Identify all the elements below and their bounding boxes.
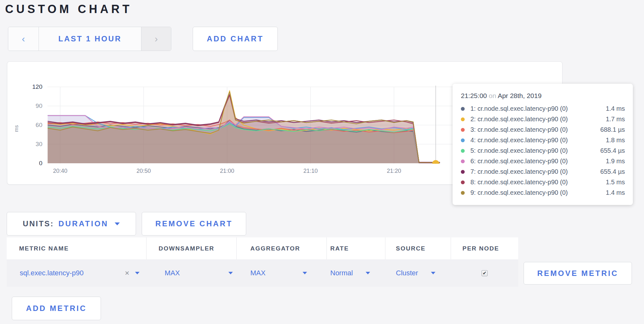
chevron-down-icon[interactable] xyxy=(228,272,233,274)
source-dropdown[interactable]: Cluster xyxy=(396,269,418,277)
series-value: 655.4 µs xyxy=(600,147,625,154)
series-color-dot xyxy=(461,149,465,153)
series-value: 1.8 ms xyxy=(606,137,625,144)
series-label: 9: cr.node.sql.exec.latency-p90 (0) xyxy=(470,189,606,196)
column-header-downsampler: DOWNSAMPLER xyxy=(147,237,237,259)
time-range-selector: ‹ LAST 1 HOUR › xyxy=(8,27,171,51)
tooltip-series-row: 2: cr.node.sql.exec.latency-p90 (0)1.7 m… xyxy=(461,114,625,124)
column-header-aggregator: AGGREGATOR xyxy=(237,237,327,259)
tooltip-series-row: 3: cr.node.sql.exec.latency-p90 (0)688.1… xyxy=(461,124,625,135)
series-label: 8: cr.node.sql.exec.latency-p90 (0) xyxy=(470,179,606,186)
chevron-down-icon[interactable] xyxy=(431,272,435,274)
remove-chart-button[interactable]: REMOVE CHART xyxy=(142,212,246,236)
chevron-down-icon xyxy=(115,222,120,225)
series-value: 1.4 ms xyxy=(606,189,625,196)
y-axis-label: 90 xyxy=(36,102,42,109)
chevron-down-icon[interactable] xyxy=(366,272,370,274)
series-label: 6: cr.node.sql.exec.latency-p90 (0) xyxy=(470,158,606,165)
time-range-next-button[interactable]: › xyxy=(141,27,171,51)
chevron-left-icon: ‹ xyxy=(22,33,25,44)
downsampler-cell: MAX xyxy=(147,259,237,287)
chevron-right-icon: › xyxy=(155,33,158,44)
series-value: 1.9 ms xyxy=(606,158,625,165)
per-node-cell: ✔ xyxy=(451,259,518,287)
series-value: 655.4 µs xyxy=(600,168,625,175)
series-label: 3: cr.node.sql.exec.latency-p90 (0) xyxy=(470,126,600,133)
y-axis-label: 60 xyxy=(36,122,42,128)
tooltip-series-row: 4: cr.node.sql.exec.latency-p90 (0)1.8 m… xyxy=(461,135,625,145)
custom-chart-page: CUSTOM CHART ‹ LAST 1 HOUR › ADD CHART 0… xyxy=(0,0,644,324)
time-range-button[interactable]: LAST 1 HOUR xyxy=(39,27,141,51)
chart-hover-tooltip: 21:25:00 on Apr 28th, 2019 1: cr.node.sq… xyxy=(453,84,633,205)
downsampler-dropdown[interactable]: MAX xyxy=(165,269,180,277)
series-label: 2: cr.node.sql.exec.latency-p90 (0) xyxy=(470,116,606,123)
page-title: CUSTOM CHART xyxy=(5,3,132,16)
tooltip-series-row: 5: cr.node.sql.exec.latency-p90 (0)655.4… xyxy=(461,145,625,156)
series-color-dot xyxy=(461,180,465,184)
column-header-source: SOURCE xyxy=(385,237,451,259)
per-node-checkbox[interactable]: ✔ xyxy=(482,270,488,276)
x-axis-label: 21:10 xyxy=(303,168,318,174)
series-color-dot xyxy=(461,107,465,111)
metrics-table-header: METRIC NAMEDOWNSAMPLERAGGREGATORRATESOUR… xyxy=(7,237,518,259)
x-axis-label: 20:40 xyxy=(53,168,67,174)
series-value: 1.7 ms xyxy=(606,116,625,123)
x-axis-label: 21:20 xyxy=(387,168,401,174)
units-value: DURATION xyxy=(59,219,109,228)
series-color-dot xyxy=(461,128,465,132)
metric-row: sql.exec.latency-p90 × MAX MAX Normal Cl… xyxy=(7,259,518,287)
tooltip-date: Apr 28th, 2019 xyxy=(498,92,542,99)
series-value: 1.4 ms xyxy=(606,105,625,112)
y-axis-label: 30 xyxy=(36,141,42,147)
series-color-dot xyxy=(461,170,465,174)
series-label: 4: cr.node.sql.exec.latency-p90 (0) xyxy=(470,137,606,144)
tooltip-series-row: 6: cr.node.sql.exec.latency-p90 (0)1.9 m… xyxy=(461,156,625,166)
series-color-dot xyxy=(461,159,465,163)
y-axis-label: 120 xyxy=(32,83,42,90)
source-cell: Cluster xyxy=(385,259,451,287)
y-axis-label: 0 xyxy=(39,160,42,166)
time-range-prev-button[interactable]: ‹ xyxy=(8,27,39,51)
aggregator-dropdown[interactable]: MAX xyxy=(250,269,266,277)
hover-point xyxy=(432,160,439,167)
chevron-down-icon[interactable] xyxy=(303,272,307,274)
x-axis-label: 21:00 xyxy=(220,168,234,174)
series-color-dot xyxy=(461,191,465,195)
series-value: 1.5 ms xyxy=(606,179,625,186)
x-axis-label: 20:50 xyxy=(136,168,151,174)
aggregator-cell: MAX xyxy=(237,259,327,287)
tooltip-on: on xyxy=(489,92,498,99)
tooltip-series-row: 9: cr.node.sql.exec.latency-p90 (0)1.4 m… xyxy=(461,187,625,198)
column-header-rate: RATE xyxy=(327,237,385,259)
tooltip-series-row: 8: cr.node.sql.exec.latency-p90 (0)1.5 m… xyxy=(461,177,625,187)
hover-marker xyxy=(432,86,439,167)
tooltip-series-row: 7: cr.node.sql.exec.latency-p90 (0)655.4… xyxy=(461,166,625,177)
tooltip-timestamp: 21:25:00 on Apr 28th, 2019 xyxy=(461,92,625,100)
add-metric-button[interactable]: ADD METRIC xyxy=(12,297,101,320)
column-header-per-node: PER NODE xyxy=(451,237,518,259)
series-value: 688.1 µs xyxy=(600,126,625,133)
chevron-down-icon[interactable] xyxy=(135,272,140,274)
series-color-dot xyxy=(461,117,465,121)
remove-metric-button[interactable]: REMOVE METRIC xyxy=(524,262,632,285)
series-label: 1: cr.node.sql.exec.latency-p90 (0) xyxy=(470,105,606,112)
tooltip-series-row: 1: cr.node.sql.exec.latency-p90 (0)1.4 m… xyxy=(461,103,625,114)
series-areas xyxy=(48,91,440,163)
metric-name-dropdown[interactable]: sql.exec.latency-p90 xyxy=(20,269,84,277)
add-chart-button[interactable]: ADD CHART xyxy=(193,27,278,51)
units-label: UNITS: xyxy=(23,219,54,228)
column-header-metric-name: METRIC NAME xyxy=(7,237,147,259)
series-label: 7: cr.node.sql.exec.latency-p90 (0) xyxy=(470,168,600,175)
units-dropdown[interactable]: UNITS: DURATION xyxy=(7,212,136,236)
series-color-dot xyxy=(461,138,465,142)
rate-dropdown[interactable]: Normal xyxy=(330,269,353,277)
y-axis-unit-label: ms xyxy=(14,125,19,132)
clear-metric-icon[interactable]: × xyxy=(125,269,129,278)
tooltip-time: 21:25:00 xyxy=(461,92,487,99)
rate-cell: Normal xyxy=(327,259,385,287)
tooltip-series-list: 1: cr.node.sql.exec.latency-p90 (0)1.4 m… xyxy=(461,103,625,198)
metric-name-cell: sql.exec.latency-p90 × xyxy=(7,259,147,287)
series-label: 5: cr.node.sql.exec.latency-p90 (0) xyxy=(470,147,600,154)
